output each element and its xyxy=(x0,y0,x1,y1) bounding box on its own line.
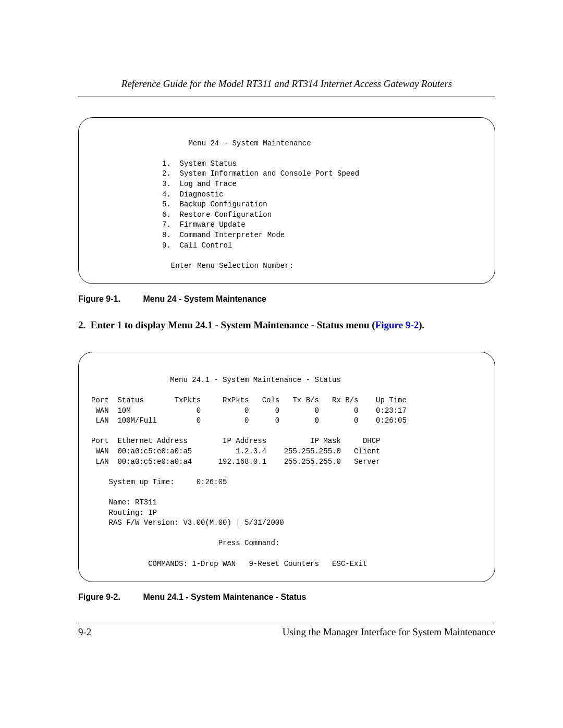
figure-link[interactable]: Figure 9-2 xyxy=(375,319,419,330)
status-row-lan: LAN 100M/Full 0 0 0 0 0 0:26:05 xyxy=(91,416,407,425)
footer-rule xyxy=(78,623,495,623)
figure-number: Figure 9-2. xyxy=(78,593,141,602)
menu24-item: 5. Backup Configuration xyxy=(162,200,267,208)
press-command: Press Command: xyxy=(91,539,279,547)
menu24-item: 8. Command Interpreter Mode xyxy=(162,231,285,239)
header-rule xyxy=(78,96,495,96)
menu24-item: 7. Firmware Update xyxy=(162,220,246,229)
status-table-header: Port Status TxPkts RxPkts Cols Tx B/s Rx… xyxy=(91,396,407,404)
menu24-item: 4. Diagnostic xyxy=(162,190,224,199)
figure-caption-1: Figure 9-1. Menu 24 - System Maintenance xyxy=(78,294,495,304)
step-2: 2. Enter 1 to display Menu 24.1 - System… xyxy=(78,319,495,331)
figure-title: Menu 24.1 - System Maintenance - Status xyxy=(143,593,306,601)
menu24-item: 1. System Status xyxy=(162,159,237,168)
figure-number: Figure 9-1. xyxy=(78,294,141,304)
addr-row-lan: LAN 00:a0:c5:e0:a0:a4 192.168.0.1 255.25… xyxy=(91,458,381,466)
terminal-menu-24: Menu 24 - System Maintenance 1. System S… xyxy=(78,117,495,284)
figure-caption-2: Figure 9-2. Menu 24.1 - System Maintenan… xyxy=(78,593,495,602)
step-text-a: Enter 1 to display Menu 24.1 - System Ma… xyxy=(91,319,375,330)
menu24-item: 9. Call Control xyxy=(162,241,232,250)
figure-title: Menu 24 - System Maintenance xyxy=(143,294,266,303)
menu24-item: 2. System Information and Console Port S… xyxy=(162,169,359,178)
system-uptime: System up Time: 0:26:05 xyxy=(91,478,227,486)
system-ras: RAS F/W Version: V3.00(M.00) | 5/31/2000 xyxy=(91,519,284,527)
status-row-wan: WAN 10M 0 0 0 0 0 0:23:17 xyxy=(91,406,407,415)
addr-table-header: Port Ethernet Address IP Address IP Mask… xyxy=(91,437,381,445)
running-header: Reference Guide for the Model RT311 and … xyxy=(78,78,495,90)
commands-line: COMMANDS: 1-Drop WAN 9-Reset Counters ES… xyxy=(91,560,367,568)
menu241-title: Menu 24.1 - System Maintenance - Status xyxy=(91,376,341,384)
page-footer: 9-2 Using the Manager Interface for Syst… xyxy=(78,623,495,638)
menu24-item: 3. Log and Trace xyxy=(162,180,237,188)
addr-row-wan: WAN 00:a0:c5:e0:a0:a5 1.2.3.4 255.255.25… xyxy=(91,447,381,455)
system-routing: Routing: IP xyxy=(91,509,157,517)
page-number: 9-2 xyxy=(78,626,91,638)
step-number: 2. xyxy=(78,319,85,330)
menu24-item: 6. Restore Configuration xyxy=(162,211,272,219)
system-name: Name: RT311 xyxy=(91,498,157,507)
page-content: Reference Guide for the Model RT311 and … xyxy=(0,0,563,669)
menu24-title: Menu 24 - System Maintenance xyxy=(162,139,311,147)
step-text-b: ). xyxy=(419,319,424,330)
chapter-title: Using the Manager Interface for System M… xyxy=(283,626,495,638)
terminal-menu-24-1: Menu 24.1 - System Maintenance - Status … xyxy=(78,352,495,582)
menu24-prompt: Enter Menu Selection Number: xyxy=(162,262,293,270)
